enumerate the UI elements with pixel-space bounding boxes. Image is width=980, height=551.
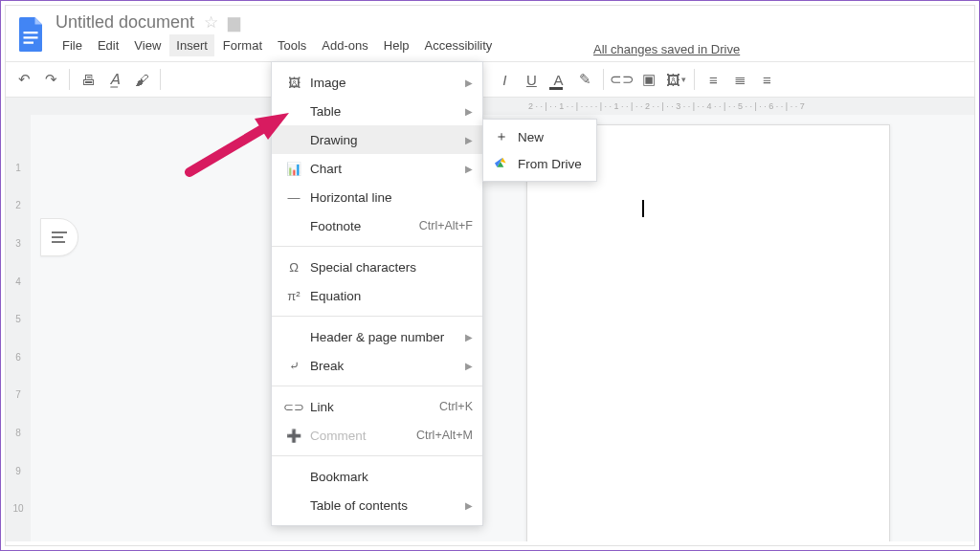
menu-item-label: Footnote — [304, 219, 419, 233]
svg-rect-0 — [24, 32, 38, 33]
text-color-button[interactable]: A — [547, 69, 568, 90]
special-icon: Ω — [283, 260, 304, 275]
menu-item-equation[interactable]: π²Equation — [272, 281, 482, 310]
menu-item-label: Link — [304, 400, 439, 414]
document-page[interactable] — [526, 124, 890, 541]
menu-item-label: Image — [304, 76, 465, 90]
menu-item-label: Special characters — [304, 260, 473, 275]
document-title[interactable]: Untitled document — [56, 12, 194, 33]
chevron-right-icon: ▶ — [465, 135, 473, 145]
document-outline-button[interactable] — [40, 218, 78, 256]
menu-accessibility[interactable]: Accessibility — [418, 34, 500, 56]
menu-item-table[interactable]: Table▶ — [272, 97, 482, 125]
insert-image-button[interactable]: 🖼▾ — [665, 69, 686, 90]
underline-button[interactable]: U — [521, 69, 542, 90]
horizontal-icon: — — [283, 190, 304, 205]
align-right-button[interactable]: ≡ — [756, 69, 777, 90]
menu-tools[interactable]: Tools — [271, 34, 313, 56]
svg-marker-7 — [501, 157, 506, 163]
chevron-right-icon: ▶ — [465, 164, 473, 174]
menu-item-label: Header & page number — [304, 330, 465, 344]
menu-item-label: Drawing — [304, 133, 465, 147]
align-center-button[interactable]: ≣ — [729, 69, 750, 90]
print-button[interactable]: 🖶 — [78, 69, 99, 90]
equation-icon: π² — [283, 289, 304, 303]
break-icon: ⤶ — [283, 359, 304, 373]
insert-menu-panel: 🖼Image▶Table▶Drawing▶📊Chart▶—Horizontal … — [271, 61, 483, 526]
menu-item-label: Table of contents — [304, 498, 465, 513]
shortcut-label: Ctrl+Alt+M — [416, 429, 473, 442]
menu-item-label: Equation — [304, 289, 473, 303]
save-status[interactable]: All changes saved in Drive — [593, 42, 740, 56]
link-icon: ⊂⊃ — [283, 400, 304, 414]
menu-insert[interactable]: Insert — [169, 34, 214, 56]
italic-button[interactable]: I — [494, 69, 515, 90]
plus-icon: ＋ — [495, 128, 512, 145]
toolbar: ↶ ↷ 🖶 A̲ 🖌 ▼ 11 ▼ B I U A ✎ ⊂⊃ ▣ 🖼▾ ≡ ≣ … — [6, 61, 974, 98]
docs-logo[interactable] — [13, 11, 48, 57]
shortcut-label: Ctrl+Alt+F — [419, 219, 473, 232]
submenu-item-new[interactable]: ＋New — [483, 123, 596, 150]
menu-file[interactable]: File — [56, 34, 89, 56]
menu-format[interactable]: Format — [216, 34, 269, 56]
menu-item-link[interactable]: ⊂⊃LinkCtrl+K — [272, 392, 482, 421]
chevron-right-icon: ▶ — [465, 77, 473, 88]
svg-rect-5 — [52, 241, 65, 243]
horizontal-ruler: 2 · · | · · 1 · · | · · · · | · · 1 · · … — [31, 98, 974, 115]
menu-item-label: Break — [304, 359, 465, 373]
spellcheck-button[interactable]: A̲ — [104, 69, 125, 90]
submenu-item-label: From Drive — [512, 157, 582, 171]
menu-item-drawing[interactable]: Drawing▶ — [272, 125, 482, 154]
text-cursor — [642, 200, 644, 217]
chevron-right-icon: ▶ — [465, 332, 473, 342]
menu-add-ons[interactable]: Add-ons — [315, 34, 374, 56]
menu-item-break[interactable]: ⤶Break▶ — [272, 351, 482, 380]
menu-item-footnote[interactable]: FootnoteCtrl+Alt+F — [272, 211, 482, 240]
menu-item-bookmark[interactable]: Bookmark — [272, 462, 482, 491]
svg-rect-3 — [52, 231, 67, 233]
shortcut-label: Ctrl+K — [439, 400, 473, 413]
drawing-submenu: ＋NewFrom Drive — [482, 119, 597, 182]
submenu-item-label: New — [512, 130, 544, 144]
menubar: FileEditViewInsertFormatToolsAdd-onsHelp… — [56, 34, 499, 56]
insert-comment-button[interactable]: ▣ — [638, 69, 659, 90]
star-icon[interactable]: ☆ — [204, 12, 218, 33]
menu-item-special-characters[interactable]: ΩSpecial characters — [272, 253, 482, 281]
menu-item-label: Chart — [304, 162, 465, 176]
menu-item-comment: ➕CommentCtrl+Alt+M — [272, 421, 482, 450]
menu-item-label: Table — [304, 104, 465, 119]
menu-item-chart[interactable]: 📊Chart▶ — [272, 154, 482, 183]
comment-icon: ➕ — [283, 429, 304, 443]
svg-rect-1 — [24, 36, 38, 38]
menu-edit[interactable]: Edit — [91, 34, 125, 56]
svg-rect-4 — [52, 236, 63, 238]
align-left-button[interactable]: ≡ — [702, 69, 724, 90]
drive-icon — [495, 156, 512, 172]
highlight-button[interactable]: ✎ — [574, 69, 595, 90]
menu-item-label: Horizontal line — [304, 190, 473, 205]
chevron-right-icon: ▶ — [465, 361, 473, 371]
svg-rect-2 — [24, 42, 34, 44]
menu-item-table-of-contents[interactable]: Table of contents▶ — [272, 491, 482, 519]
menu-item-horizontal-line[interactable]: —Horizontal line — [272, 183, 482, 211]
paint-format-button[interactable]: 🖌 — [131, 69, 152, 90]
vertical-ruler: 12345678910 — [6, 98, 31, 541]
move-folder-icon[interactable]: ▆ — [228, 12, 240, 33]
menu-view[interactable]: View — [127, 34, 167, 56]
menu-item-header-page-number[interactable]: Header & page number▶ — [272, 322, 482, 351]
menu-help[interactable]: Help — [377, 34, 416, 56]
insert-link-button[interactable]: ⊂⊃ — [612, 69, 633, 90]
undo-button[interactable]: ↶ — [13, 69, 34, 90]
redo-button[interactable]: ↷ — [40, 69, 61, 90]
menu-item-label: Bookmark — [304, 470, 473, 484]
menu-item-image[interactable]: 🖼Image▶ — [272, 68, 482, 97]
chevron-right-icon: ▶ — [465, 106, 473, 117]
image-icon: 🖼 — [283, 76, 304, 90]
chevron-right-icon: ▶ — [465, 500, 473, 511]
menu-item-label: Comment — [304, 429, 416, 443]
submenu-item-from-drive[interactable]: From Drive — [483, 150, 596, 177]
chart-icon: 📊 — [283, 162, 304, 176]
